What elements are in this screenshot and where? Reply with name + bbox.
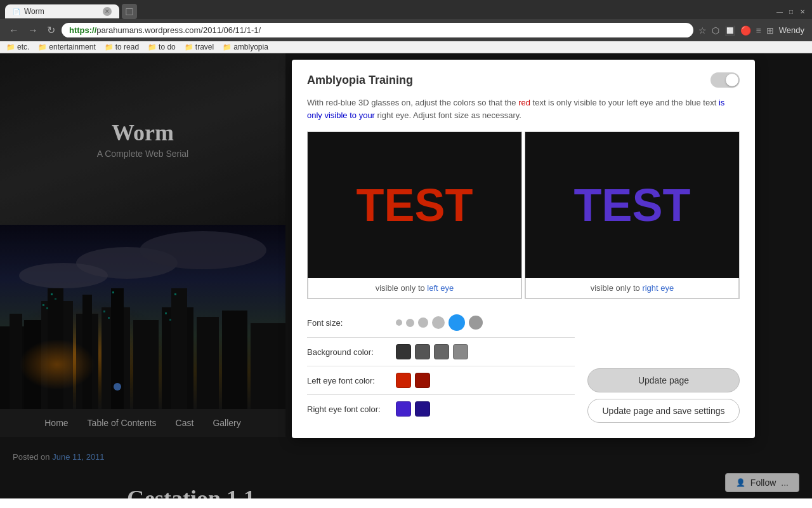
bookmark-item-etc[interactable]: 📁 etc. [6, 43, 29, 51]
font-size-dot-4[interactable] [432, 316, 445, 329]
bookmark-item-travel[interactable]: 📁 travel [185, 43, 214, 51]
bg-color-label: Background color: [307, 347, 390, 357]
bookmark-label: etc. [17, 43, 29, 51]
bookmark-folder-icon: 📁 [148, 43, 157, 51]
update-page-button[interactable]: Update page [587, 368, 740, 392]
tab-close-button[interactable]: ✕ [103, 7, 112, 16]
bookmark-label: amblyopia [233, 43, 268, 51]
extension-icon-2[interactable]: 🔲 [723, 24, 737, 37]
bookmark-folder-icon: 📁 [105, 43, 114, 51]
left-eye-test-word: TEST [356, 179, 473, 231]
bookmark-item-entertainment[interactable]: 📁 entertainment [38, 43, 95, 51]
bookmark-item-toread[interactable]: 📁 to read [105, 43, 139, 51]
bookmark-label: entertainment [49, 43, 95, 51]
panel-toggle[interactable] [710, 72, 740, 88]
url-host: parahumans.wordpress.com [96, 25, 200, 35]
font-size-dot-5[interactable] [449, 314, 465, 331]
new-tab-button[interactable]: □ [122, 4, 137, 19]
left-eye-label-blue: left eye [427, 283, 454, 293]
left-eye-test-box: TEST visible only to left eye [307, 131, 522, 299]
right-eye-label: visible only to right eye [525, 278, 739, 298]
controls-right: Update page Update page and save setting… [587, 308, 740, 423]
overlay-panel: Amblyopia Training With red-blue 3D glas… [292, 60, 755, 438]
address-bar-row: ← → ↻ https:// parahumans.wordpress.com … [0, 19, 812, 41]
bookmark-star-icon[interactable]: ☆ [697, 24, 708, 37]
bookmarks-bar: 📁 etc. 📁 entertainment 📁 to read 📁 to do… [0, 41, 812, 53]
right-eye-swatch-2[interactable] [415, 401, 430, 417]
extension-icon-4[interactable]: ≡ [755, 24, 763, 37]
blue-text-highlight: is only visible to your [307, 98, 724, 120]
left-eye-label-text: visible only to [376, 283, 428, 293]
test-panels: TEST visible only to left eye TEST visib… [307, 131, 740, 299]
window-minimize-button[interactable]: — [775, 7, 784, 16]
extension-icon-1[interactable]: ⬡ [710, 24, 721, 37]
panel-title: Amblyopia Training [307, 74, 413, 87]
tab-title: Worm [24, 7, 99, 16]
window-close-button[interactable]: ✕ [798, 7, 807, 16]
right-eye-label-text: visible only to [591, 283, 643, 293]
left-eye-swatch-2[interactable] [415, 373, 430, 388]
right-eye-test-box: TEST visible only to right eye [525, 131, 740, 299]
panel-header: Amblyopia Training [307, 72, 740, 88]
right-eye-swatch-1[interactable] [396, 401, 411, 417]
active-tab[interactable]: 📄 Worm ✕ [5, 4, 119, 18]
bg-swatch-1[interactable] [396, 344, 411, 359]
bookmark-folder-icon: 📁 [6, 43, 15, 51]
font-size-row: Font size: [307, 308, 575, 338]
url-path: /2011/06/11/1-1/ [200, 25, 261, 35]
right-eye-color-swatches [396, 401, 430, 417]
browser-chrome: 📄 Worm ✕ □ — □ ✕ ← → ↻ https:// parahuma… [0, 0, 812, 53]
font-size-dot-1[interactable] [396, 319, 402, 326]
back-button[interactable]: ← [6, 23, 22, 37]
url-protocol: https:// [69, 25, 96, 35]
page-content: Worm A Complete Web Serial [0, 53, 812, 498]
right-eye-test-word: TEST [573, 179, 690, 231]
forward-button[interactable]: → [25, 23, 41, 37]
bg-swatch-3[interactable] [434, 344, 449, 359]
bookmark-folder-icon: 📁 [38, 43, 47, 51]
right-eye-test-inner: TEST [525, 132, 739, 278]
tab-favicon: 📄 [13, 8, 20, 15]
bookmark-label: to read [115, 43, 139, 51]
left-eye-swatch-1[interactable] [396, 373, 411, 388]
right-eye-color-row: Right eye font color: [307, 395, 575, 423]
user-name: Wendy [778, 24, 806, 36]
tab-bar: 📄 Worm ✕ □ — □ ✕ [0, 0, 812, 19]
controls-left: Font size: Background color: [307, 308, 575, 423]
extension-icon-3[interactable]: 🔴 [739, 24, 752, 37]
bookmark-folder-icon: 📁 [223, 43, 232, 51]
toggle-knob [726, 74, 738, 86]
bookmark-label: to do [159, 43, 176, 51]
red-text-highlight: red [518, 98, 530, 107]
right-eye-label-blue: right eye [642, 283, 674, 293]
left-eye-color-row: Left eye font color: [307, 366, 575, 395]
bg-color-row: Background color: [307, 338, 575, 366]
controls-section: Font size: Background color: [307, 308, 740, 423]
bookmark-folder-icon: 📁 [185, 43, 193, 51]
left-eye-label: visible only to left eye [308, 278, 521, 298]
bookmark-label: travel [195, 43, 214, 51]
bg-swatch-2[interactable] [415, 344, 430, 359]
font-size-dots [396, 314, 483, 331]
update-save-button[interactable]: Update page and save settings [587, 399, 740, 423]
left-eye-color-label: Left eye font color: [307, 376, 390, 385]
bg-swatch-4[interactable] [453, 344, 468, 359]
extension-icon-5[interactable]: ⊞ [765, 24, 775, 37]
left-eye-color-swatches [396, 373, 430, 388]
bg-color-swatches [396, 344, 468, 359]
font-size-label: Font size: [307, 318, 390, 328]
panel-description: With red-blue 3D glasses on, adjust the … [307, 97, 740, 121]
font-size-dot-3[interactable] [418, 318, 428, 328]
font-size-dot-2[interactable] [406, 319, 414, 327]
window-maximize-button[interactable]: □ [787, 7, 796, 16]
left-eye-test-inner: TEST [308, 132, 521, 278]
bookmark-item-todo[interactable]: 📁 to do [148, 43, 176, 51]
bookmark-item-amblyopia[interactable]: 📁 amblyopia [223, 43, 268, 51]
window-controls: — □ ✕ [775, 7, 807, 16]
right-eye-color-label: Right eye font color: [307, 404, 390, 414]
font-size-dot-6[interactable] [469, 316, 483, 330]
address-bar[interactable]: https:// parahumans.wordpress.com /2011/… [62, 23, 693, 37]
toolbar-icons: ☆ ⬡ 🔲 🔴 ≡ ⊞ Wendy [697, 24, 806, 37]
reload-button[interactable]: ↻ [44, 23, 58, 37]
